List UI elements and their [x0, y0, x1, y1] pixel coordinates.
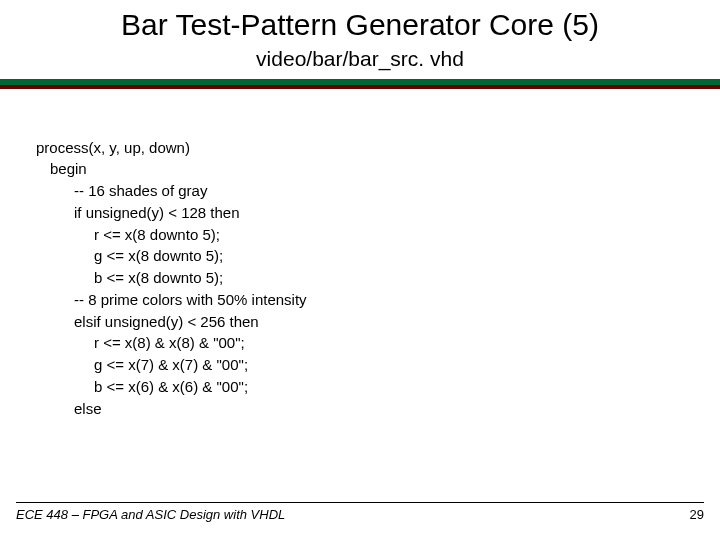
code-line: r <= x(8) & x(8) & "00"; [36, 332, 716, 354]
code-line: b <= x(8 downto 5); [36, 267, 716, 289]
footer: ECE 448 – FPGA and ASIC Design with VHDL… [0, 502, 720, 522]
code-line: r <= x(8 downto 5); [36, 224, 716, 246]
code-line: else [36, 398, 716, 420]
code-line: -- 16 shades of gray [36, 180, 716, 202]
code-line: process(x, y, up, down) [36, 137, 716, 159]
divider [0, 79, 720, 89]
code-body: process(x, y, up, down) begin -- 16 shad… [0, 89, 720, 420]
code-line: b <= x(6) & x(6) & "00"; [36, 376, 716, 398]
code-line: g <= x(8 downto 5); [36, 245, 716, 267]
code-line: if unsigned(y) < 128 then [36, 202, 716, 224]
page-number: 29 [690, 507, 704, 522]
code-line: -- 8 prime colors with 50% intensity [36, 289, 716, 311]
slide: Bar Test-Pattern Generator Core (5) vide… [0, 0, 720, 540]
title-block: Bar Test-Pattern Generator Core (5) vide… [0, 0, 720, 71]
footer-course: ECE 448 – FPGA and ASIC Design with VHDL [16, 507, 285, 522]
code-line: g <= x(7) & x(7) & "00"; [36, 354, 716, 376]
code-line: begin [36, 158, 716, 180]
footer-row: ECE 448 – FPGA and ASIC Design with VHDL… [16, 507, 704, 522]
slide-subtitle: video/bar/bar_src. vhd [20, 47, 700, 71]
footer-rule [16, 502, 704, 503]
slide-title: Bar Test-Pattern Generator Core (5) [20, 0, 700, 43]
code-line: elsif unsigned(y) < 256 then [36, 311, 716, 333]
